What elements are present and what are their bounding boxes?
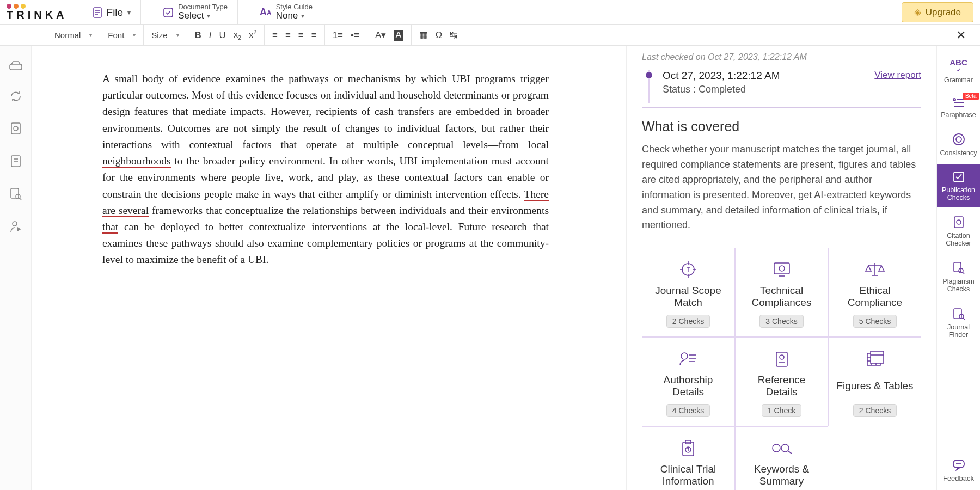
tile-journal-scope[interactable]: T Journal Scope Match 2 Checks [642, 248, 735, 337]
left-rail [0, 46, 32, 490]
style-guide-icon: AA [260, 7, 272, 18]
svg-point-49 [953, 99, 955, 101]
rail-citation-checker[interactable]: Citation Checker [937, 209, 981, 253]
svg-point-7 [14, 126, 18, 131]
underline-button[interactable]: U [219, 30, 226, 41]
tile-authorship-details[interactable]: Authorship Details 4 Checks [642, 337, 735, 426]
file-menu[interactable]: File ▾ [107, 7, 131, 19]
rail-grammar[interactable]: ABC✓ Grammar [937, 51, 981, 89]
subscript-button[interactable]: x2 [234, 29, 241, 41]
view-report-link[interactable]: View report [874, 70, 921, 81]
diamond-icon: ◈ [914, 7, 921, 18]
tile-title: Reference Details [741, 373, 822, 399]
align-justify-button[interactable]: ≡ [311, 30, 317, 41]
tile-reference-details[interactable]: Reference Details 1 Check [735, 337, 828, 426]
svg-point-53 [953, 134, 964, 145]
document-paragraph[interactable]: A small body of evidence examines the pa… [102, 71, 549, 268]
tile-badge: 1 Check [762, 404, 801, 417]
superscript-button[interactable]: x2 [249, 29, 256, 41]
rail-publication-checks[interactable]: Publication Checks [937, 164, 981, 207]
align-center-button[interactable]: ≡ [285, 30, 291, 41]
rail-plagiarism-checks[interactable]: Plagiarism Checks [937, 255, 981, 298]
upgrade-button[interactable]: ◈ Upgrade [902, 2, 973, 22]
align-right-button[interactable]: ≡ [298, 30, 304, 41]
target-icon: T [679, 260, 697, 279]
size-select[interactable]: Size▾ [144, 25, 187, 46]
spelling-error[interactable]: neighbourhoods [102, 155, 171, 168]
close-panel-button[interactable]: ✕ [948, 28, 973, 42]
tile-title: Authorship Details [647, 373, 729, 399]
svg-text:T: T [687, 266, 690, 273]
rail-paraphrase[interactable]: Beta Paraphrase [937, 91, 981, 124]
bold-button[interactable]: B [195, 30, 201, 41]
logo[interactable]: TRINKA [7, 4, 68, 21]
align-left-button[interactable]: ≡ [272, 30, 278, 41]
font-value: Font [108, 30, 124, 40]
compare-icon[interactable] [10, 155, 22, 168]
drive-icon[interactable] [9, 61, 22, 71]
svg-point-27 [681, 353, 688, 359]
search-doc-icon[interactable] [9, 187, 22, 200]
svg-point-45 [688, 448, 689, 449]
document-type-selector[interactable]: Document Type Select▾ [153, 0, 238, 25]
sync-icon[interactable] [10, 90, 22, 102]
grammar-error[interactable]: that [102, 221, 118, 234]
table-button[interactable]: ▦ [419, 29, 428, 41]
rail-consistency[interactable]: Consistency [937, 126, 981, 162]
tile-keywords-summary[interactable]: Keywords & Summary 2 Checks [735, 426, 828, 490]
style-guide-selector[interactable]: AA Style Guide None▾ [250, 0, 322, 25]
ordered-list-button[interactable]: 1≡ [333, 30, 343, 41]
chat-icon [952, 459, 965, 471]
text-color-button[interactable]: A▾ [375, 29, 386, 41]
indent-button[interactable]: ↹ [450, 29, 457, 41]
rail-label: Publication Checks [938, 186, 979, 201]
logo-text: TRINKA [7, 9, 68, 21]
keywords-icon [771, 439, 793, 457]
tile-figures-tables[interactable]: Figures & Tables 2 Checks [828, 337, 921, 426]
tile-clinical-trial[interactable]: Clinical Trial Information 1 Check [642, 426, 735, 490]
paragraph-style-value: Normal [54, 30, 81, 40]
svg-line-13 [20, 198, 21, 200]
upgrade-label: Upgrade [926, 7, 961, 18]
svg-point-46 [773, 444, 780, 452]
feedback-button[interactable]: Feedback [941, 451, 976, 490]
editor-area[interactable]: A small body of evidence examines the pa… [32, 46, 626, 490]
last-checked-text: Last checked on Oct 27, 2023, 1:22:12 AM [642, 52, 921, 62]
style-guide-label: Style Guide [276, 3, 313, 11]
document-type-value: Select [178, 11, 204, 21]
svg-rect-61 [954, 309, 961, 318]
tile-technical-compliances[interactable]: Technical Compliances 3 Checks [735, 248, 828, 337]
beta-badge: Beta [963, 93, 979, 100]
grid-icon [866, 350, 884, 368]
search-doc-icon [952, 261, 965, 274]
svg-line-60 [963, 272, 964, 274]
rail-label: Journal Finder [938, 323, 979, 339]
share-user-icon[interactable] [10, 220, 22, 233]
file-menu-label: File [107, 7, 124, 19]
file-icon [93, 7, 102, 18]
symbol-button[interactable]: Ω [436, 30, 443, 41]
highlight-button[interactable]: A [394, 30, 403, 41]
svg-rect-6 [11, 123, 20, 134]
badge-icon[interactable] [10, 122, 22, 135]
italic-button[interactable]: I [209, 30, 212, 41]
target-icon [952, 133, 965, 146]
list-icon [953, 98, 965, 108]
font-select[interactable]: Font▾ [100, 25, 144, 46]
svg-rect-11 [11, 188, 19, 198]
unordered-list-button[interactable]: •≡ [351, 30, 359, 41]
tile-ethical-compliance[interactable]: Ethical Compliance 5 Checks [828, 248, 921, 337]
publication-checks-panel: Last checked on Oct 27, 2023, 1:22:12 AM… [626, 46, 936, 490]
rail-label: Citation Checker [938, 232, 979, 247]
svg-point-32 [780, 355, 784, 359]
svg-point-47 [781, 444, 789, 452]
check-tiles-grid: T Journal Scope Match 2 Checks Technical… [642, 248, 921, 490]
chevron-down-icon: ▾ [127, 9, 131, 16]
svg-line-63 [963, 318, 965, 320]
document-type-label: Document Type [178, 3, 228, 11]
top-bar-left: TRINKA File ▾ Document Type Select▾ AA [7, 0, 322, 25]
paragraph-style-select[interactable]: Normal▾ [47, 25, 100, 46]
top-bar: TRINKA File ▾ Document Type Select▾ AA [0, 0, 980, 25]
status-value: Completed [699, 84, 746, 95]
rail-journal-finder[interactable]: Journal Finder [937, 301, 981, 344]
